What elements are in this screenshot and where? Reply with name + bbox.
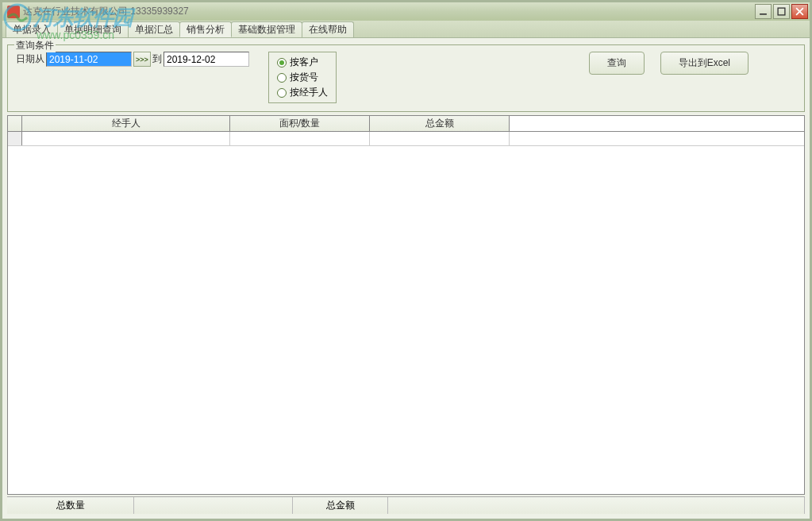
th-area-qty[interactable]: 面积/数量 [230, 116, 370, 131]
tab-help[interactable]: 在线帮助 [302, 21, 354, 37]
action-buttons: 查询 导出到Excel [589, 52, 796, 75]
tab-basic-data[interactable]: 基础数据管理 [231, 21, 302, 37]
footer-total-amt-value [388, 497, 805, 514]
footer-total-qty-value [134, 497, 293, 514]
radio-by-handler[interactable]: 按经手人 [277, 86, 328, 99]
radio-unchecked-icon [277, 88, 287, 98]
close-button[interactable] [791, 4, 808, 19]
export-excel-button[interactable]: 导出到Excel [660, 52, 749, 75]
tab-sales-analysis[interactable]: 销售分析 [179, 21, 232, 37]
tabs-row: 单据录入 单据明细查询 单据汇总 销售分析 基础数据管理 在线帮助 [2, 21, 810, 38]
filter-fieldset: 查询条件 日期从 >>> 到 按客户 按货号 [7, 44, 805, 112]
filter-legend: 查询条件 [14, 39, 56, 52]
row-selector[interactable] [8, 132, 22, 145]
window-controls [755, 4, 808, 19]
results-table: 经手人 面积/数量 总金额 [7, 115, 805, 495]
titlebar: 达克在行业技术有限公司 13335939327 [2, 2, 810, 21]
radio-checked-icon [277, 58, 287, 68]
date-range: 日期从 >>> 到 [16, 52, 249, 67]
main-window: 达克在行业技术有限公司 13335939327 单据录入 单据明细查询 单据汇总… [0, 0, 812, 521]
date-to-input[interactable] [164, 52, 249, 67]
maximize-button[interactable] [773, 4, 790, 19]
radio-unchecked-icon [277, 73, 287, 83]
app-icon [7, 6, 20, 18]
cell-total-amount [370, 132, 510, 145]
tab-entry[interactable]: 单据录入 [6, 21, 58, 37]
radio-by-product[interactable]: 按货号 [277, 71, 328, 84]
cell-area-qty [230, 132, 370, 145]
tab-summary[interactable]: 单据汇总 [128, 21, 180, 37]
date-from-input[interactable] [46, 52, 132, 67]
query-button[interactable]: 查询 [589, 52, 645, 75]
table-header: 经手人 面积/数量 总金额 [8, 116, 804, 132]
minimize-button[interactable] [755, 4, 772, 19]
footer-total-qty-label: 总数量 [7, 497, 134, 514]
radio-label: 按客户 [290, 56, 318, 69]
footer-summary: 总数量 总金额 [7, 496, 805, 514]
table-row[interactable] [8, 132, 804, 146]
tab-detail-query[interactable]: 单据明细查询 [57, 21, 129, 37]
th-total-amount[interactable]: 总金额 [370, 116, 510, 131]
svg-rect-1 [778, 8, 785, 15]
date-spin-button[interactable]: >>> [133, 52, 151, 67]
table-body [8, 132, 804, 494]
radio-label: 按货号 [290, 71, 318, 84]
group-by-radio-group: 按客户 按货号 按经手人 [268, 52, 337, 103]
footer-total-amt-label: 总金额 [293, 497, 388, 514]
date-to-label: 到 [152, 52, 162, 66]
radio-by-customer[interactable]: 按客户 [277, 56, 328, 69]
window-title: 达克在行业技术有限公司 13335939327 [23, 5, 189, 18]
th-handler[interactable]: 经手人 [22, 116, 230, 131]
cell-handler [22, 132, 230, 145]
content-area: 查询条件 日期从 >>> 到 按客户 按货号 [2, 38, 810, 519]
th-selector[interactable] [8, 116, 22, 131]
radio-label: 按经手人 [290, 86, 328, 99]
date-from-label: 日期从 [16, 52, 44, 66]
